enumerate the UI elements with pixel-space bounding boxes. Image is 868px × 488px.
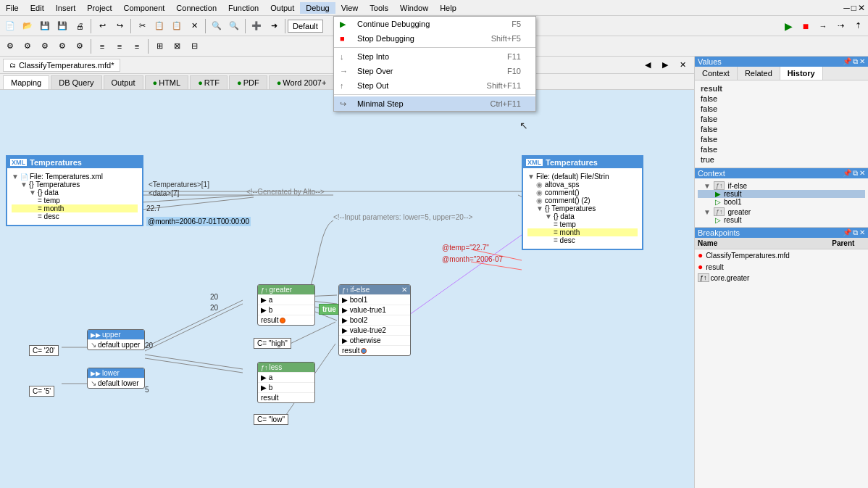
tb2-8[interactable]: ≡ — [129, 38, 145, 54]
menu-window[interactable]: Window — [394, 2, 434, 14]
values-float-btn[interactable]: ⧉ — [853, 57, 858, 66]
c-low-box[interactable]: C= "low" — [254, 414, 288, 425]
true-badge: true — [319, 304, 340, 315]
sep3 — [205, 19, 206, 33]
c-5-box[interactable]: C= '5' — [29, 386, 54, 397]
menu-component[interactable]: Component — [117, 2, 170, 14]
menu-tools[interactable]: Tools — [364, 2, 394, 14]
debug-stepout-btn[interactable]: ⇡ — [850, 18, 866, 34]
debug-stepover-btn[interactable]: ⇢ — [832, 18, 848, 34]
debug-step-btn[interactable]: → — [815, 18, 831, 34]
values-close-btn[interactable]: ✕ — [859, 57, 865, 66]
menu-debug[interactable]: Debug — [300, 2, 335, 14]
cut-btn[interactable]: ✂ — [134, 18, 150, 34]
menu-step-into[interactable]: ↓ Step Into F11 — [334, 49, 535, 64]
bp-row-0[interactable]: ● ClassifyTemperatures.mfd — [695, 249, 868, 262]
find2-btn[interactable]: 🔍 — [226, 18, 242, 34]
canvas-area[interactable]: XML Temperatures ▼ 📄 File: Temperatures.… — [0, 90, 694, 488]
debug-run-btn[interactable]: ▶ — [780, 18, 796, 34]
doc-tab-classify[interactable]: 🗂 ClassifyTemperatures.mfd* — [3, 59, 120, 72]
menu-edit[interactable]: Edit — [25, 2, 50, 14]
menu-step-out[interactable]: ↑ Step Out Shift+F11 — [334, 78, 535, 93]
ctx-if-else: ▼ ƒ↑ if-else — [698, 181, 865, 190]
tb2-6[interactable]: ≡ — [94, 38, 110, 54]
tb2-11[interactable]: ⊟ — [186, 38, 202, 54]
menu-stop[interactable]: ■ Stop Debugging Shift+F5 — [334, 31, 535, 46]
lower-node[interactable]: ▶▶ lower ↘ default lower — [87, 368, 145, 389]
restore-btn[interactable]: □ — [851, 3, 856, 13]
greater-node[interactable]: ƒ↑ greater ▶ a ▶ b result — [257, 284, 315, 326]
copy-btn[interactable]: 📋 — [151, 18, 167, 34]
tab-db[interactable]: DB Query — [51, 75, 101, 89]
menu-project[interactable]: Project — [81, 2, 117, 14]
tb2-9[interactable]: ⊞ — [151, 38, 167, 54]
debug-stop-btn[interactable]: ■ — [798, 18, 814, 34]
menu-function[interactable]: Function — [222, 2, 264, 14]
tab-prev-btn[interactable]: ◀ — [640, 57, 656, 73]
context-float-btn[interactable]: ⧉ — [853, 169, 858, 178]
menu-help[interactable]: Help — [434, 2, 462, 14]
tab-context[interactable]: Context — [695, 67, 738, 80]
tab-next-btn[interactable]: ▶ — [657, 57, 673, 73]
paste-btn[interactable]: 📋 — [169, 18, 185, 34]
c-20-box[interactable]: C= '20' — [29, 345, 59, 356]
tab-word[interactable]: ●Word 2007+ — [269, 75, 335, 89]
context-close-btn[interactable]: ✕ — [859, 169, 865, 178]
values-pin-btn[interactable]: 📌 — [843, 57, 851, 66]
tb2-2[interactable]: ⚙ — [20, 38, 36, 54]
find-btn[interactable]: 🔍 — [209, 18, 225, 34]
tab-output[interactable]: Output — [104, 75, 143, 89]
print-btn[interactable]: 🖨 — [72, 18, 88, 34]
bp-pin-btn[interactable]: 📌 — [843, 228, 851, 237]
less-node[interactable]: ƒ↑ less ▶ a ▶ b result — [257, 362, 315, 403]
tb2-7[interactable]: ≡ — [112, 38, 128, 54]
month-at-label: @month="2006-07 — [442, 255, 503, 263]
tab-rtf[interactable]: ●RTF — [190, 75, 228, 89]
upper-node[interactable]: ▶▶ upper ↘ default upper — [87, 329, 145, 350]
tab-related[interactable]: Related — [738, 67, 780, 80]
delete-btn[interactable]: ✕ — [186, 18, 202, 34]
menu-step-over[interactable]: → Step Over F10 — [334, 64, 535, 78]
menu-view[interactable]: View — [335, 2, 364, 14]
tb2-1[interactable]: ⚙ — [2, 38, 18, 54]
result-dot — [280, 318, 285, 323]
arrow-btn[interactable]: ➜ — [266, 18, 282, 34]
open-btn[interactable]: 📂 — [20, 18, 36, 34]
right-temperatures: ▼ {} Temperatures — [527, 204, 638, 212]
menu-minimal-step[interactable]: ↪ Minimal Step Ctrl+F11 — [334, 96, 535, 111]
minimize-btn[interactable]: ─ — [843, 3, 850, 13]
menu-connection[interactable]: Connection — [170, 2, 222, 14]
doc-tab-label: ClassifyTemperatures.mfd* — [19, 61, 114, 70]
new-btn[interactable]: 📄 — [2, 18, 18, 34]
tb2-3[interactable]: ⚙ — [37, 38, 53, 54]
tsep2 — [148, 39, 149, 54]
undo-btn[interactable]: ↩ — [94, 18, 110, 34]
ctx-result-selected[interactable]: ▶ result — [698, 190, 865, 198]
tab-history[interactable]: History — [780, 67, 823, 80]
tab-mapping[interactable]: Mapping — [3, 75, 49, 89]
menu-output[interactable]: Output — [264, 2, 300, 14]
menu-continue[interactable]: ▶ Continue Debugging F5 — [334, 17, 535, 31]
tab-close-btn[interactable]: ✕ — [675, 57, 690, 73]
add-btn[interactable]: ➕ — [249, 18, 264, 34]
bp-close-btn[interactable]: ✕ — [859, 228, 865, 237]
context-pin-btn[interactable]: 📌 — [843, 169, 851, 178]
redo-btn[interactable]: ↪ — [112, 18, 128, 34]
bp-float-btn[interactable]: ⧉ — [853, 228, 858, 237]
tb2-5[interactable]: ⚙ — [72, 38, 88, 54]
bp-row-1[interactable]: ● result ƒ↑ core.greater — [695, 261, 868, 283]
close-btn[interactable]: ✕ — [858, 3, 865, 13]
if-else-label: if-else — [351, 286, 370, 294]
save-all-btn[interactable]: 💾 — [54, 18, 70, 34]
if-else-node[interactable]: ƒ↑ if-else ✕ ▶ bool1 ▶ value-true1 ▶ boo… — [338, 284, 411, 356]
tab-pdf[interactable]: ●PDF — [229, 75, 267, 89]
tb2-10[interactable]: ⊠ — [169, 38, 185, 54]
c-high-box[interactable]: C= "high" — [254, 338, 291, 349]
tree-file: ▼ 📄 File: Temperatures.xml — [12, 173, 138, 181]
menu-insert[interactable]: Insert — [50, 2, 82, 14]
if-else-close[interactable]: ✕ — [401, 286, 407, 294]
menu-file[interactable]: File — [0, 2, 25, 14]
save-btn[interactable]: 💾 — [37, 18, 53, 34]
tab-html[interactable]: ●HTML — [145, 75, 189, 89]
tb2-4[interactable]: ⚙ — [54, 38, 70, 54]
